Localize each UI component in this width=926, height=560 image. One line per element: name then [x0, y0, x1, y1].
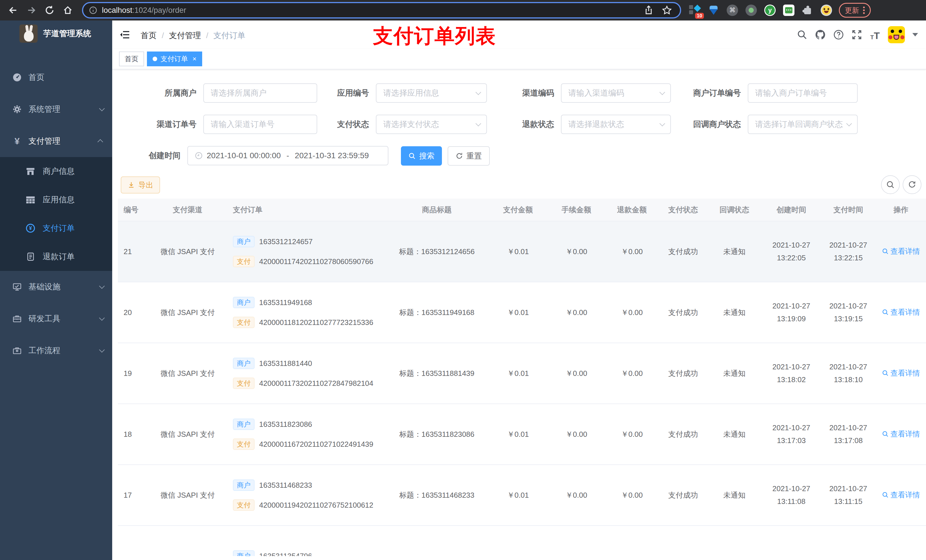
- breadcrumb-pay[interactable]: 支付管理: [169, 30, 201, 41]
- cell-refund: ￥0.00: [605, 429, 659, 439]
- filter-label: 渠道编码: [454, 88, 561, 98]
- sidebar-item-workflow[interactable]: 工作流程: [0, 335, 112, 367]
- table-row[interactable]: 20 微信 JSAPI 支付 商户1635311949168 支付4200001…: [118, 282, 926, 343]
- fullscreen-icon[interactable]: [851, 29, 862, 40]
- chrome-update-button[interactable]: 更新: [839, 3, 871, 18]
- emoji-profile-icon[interactable]: [821, 5, 832, 16]
- table-row[interactable]: 17 微信 JSAPI 支付 商户1635311468233 支付4200001…: [118, 465, 926, 526]
- gem-extension-icon[interactable]: [708, 5, 719, 16]
- cell-create-time: 2021-10-2713:18:02: [761, 361, 821, 386]
- sidebar-item-refund-order[interactable]: 退款订单: [0, 242, 112, 271]
- extension-pinned-icon[interactable]: 10: [689, 5, 701, 16]
- cell-amount: ￥0.01: [488, 247, 548, 257]
- sidebar-item-infrastructure[interactable]: 基础设施: [0, 271, 112, 303]
- yen-circle-icon: ¥: [26, 223, 35, 233]
- browser-menu-kebab-icon[interactable]: [863, 6, 865, 14]
- user-avatar[interactable]: [888, 26, 905, 43]
- chat-extension-icon[interactable]: [783, 5, 794, 16]
- table-row[interactable]: 商户1635311354796: [118, 526, 926, 556]
- home-icon[interactable]: [63, 5, 73, 15]
- cell-refund: ￥0.00: [605, 368, 659, 379]
- export-button[interactable]: 导出: [121, 177, 160, 193]
- share-icon[interactable]: [643, 5, 654, 15]
- gear-icon: [12, 105, 22, 114]
- pay-tag: 支付: [233, 256, 254, 267]
- cell-title: 标题：1635312124656: [386, 247, 488, 257]
- pay-tag: 支付: [233, 377, 254, 389]
- view-detail-link[interactable]: 查看详情: [882, 246, 920, 257]
- pay-tag: 支付: [233, 438, 254, 450]
- view-detail-icon: [882, 430, 889, 437]
- search-button[interactable]: 搜索: [401, 146, 442, 166]
- filter-label: 支付状态: [269, 119, 376, 130]
- cell-channel: 微信 JSAPI 支付: [149, 308, 226, 318]
- reset-button[interactable]: 重置: [448, 146, 490, 166]
- dot-extension-icon[interactable]: [746, 5, 757, 16]
- view-detail-icon: [882, 370, 889, 376]
- create-time-range-picker[interactable]: 2021-10-01 00:00:00 - 2021-10-31 23:59:5…: [188, 146, 388, 165]
- tag-home[interactable]: 首页: [119, 51, 144, 66]
- sidebar-item-app-info[interactable]: 应用信息: [0, 186, 112, 214]
- help-icon[interactable]: [833, 29, 844, 40]
- table-row[interactable]: 21 微信 JSAPI 支付 商户1635312124657 支付4200001…: [118, 221, 926, 282]
- notify-status-select[interactable]: 请选择订单回调商户状态: [748, 115, 858, 134]
- sidebar-item-dev-tools[interactable]: 研发工具: [0, 303, 112, 335]
- sidebar-item-system[interactable]: 系统管理: [0, 93, 112, 125]
- forward-icon[interactable]: [26, 5, 36, 15]
- date-end-value: 2021-10-31 23:59:59: [295, 151, 369, 160]
- tag-label: 首页: [125, 54, 138, 63]
- command-extension-icon[interactable]: ⌘: [727, 5, 738, 16]
- y-extension-icon[interactable]: y: [764, 5, 776, 16]
- github-icon[interactable]: [815, 29, 826, 40]
- sidebar-item-label: 基础设施: [29, 281, 99, 292]
- reload-icon[interactable]: [44, 5, 54, 15]
- cell-status: 支付成功: [659, 368, 707, 379]
- view-detail-link[interactable]: 查看详情: [882, 490, 920, 500]
- sidebar-item-home[interactable]: 首页: [0, 62, 112, 93]
- table-row[interactable]: 18 微信 JSAPI 支付 商户1635311823086 支付4200001…: [118, 404, 926, 465]
- tag-pay-order[interactable]: 支付订单 ×: [147, 51, 202, 66]
- puzzle-extensions-icon[interactable]: [802, 5, 813, 16]
- font-size-icon[interactable]: TT: [870, 29, 881, 40]
- cell-pay-time: 2021-10-2713:17:08: [821, 421, 875, 447]
- app-logo[interactable]: 芋道管理系统: [0, 21, 112, 47]
- view-detail-link[interactable]: 查看详情: [882, 368, 920, 378]
- star-icon[interactable]: [662, 5, 672, 15]
- date-start-value: 2021-10-01 00:00:00: [207, 151, 281, 160]
- cell-pay-order: 商户1635311881440 支付4200001173202110272847…: [226, 358, 386, 389]
- avatar-caret-down-icon[interactable]: [912, 33, 918, 36]
- cell-pay-time: 2021-10-2713:19:15: [821, 300, 875, 326]
- cell-fee: ￥0.00: [548, 247, 605, 257]
- main-area: 首页 / 支付管理 / 支付订单 支付订单列表 TT 首页 支付订单: [112, 21, 926, 560]
- sidebar-item-pay-order[interactable]: ¥ 支付订单: [0, 214, 112, 242]
- cell-fee: ￥0.00: [548, 490, 605, 500]
- sidebar-item-label: 系统管理: [29, 104, 99, 115]
- shop-icon: [26, 166, 35, 176]
- cell-refund: ￥0.00: [605, 308, 659, 318]
- sidebar-fold-icon[interactable]: [120, 30, 130, 40]
- table-row[interactable]: 19 微信 JSAPI 支付 商户1635311881440 支付4200001…: [118, 343, 926, 404]
- cell-pay-time: 2021-10-2713:18:10: [821, 361, 875, 386]
- date-separator: -: [286, 151, 289, 160]
- show-search-button[interactable]: [881, 175, 900, 194]
- search-icon[interactable]: [797, 29, 808, 40]
- tag-close-icon[interactable]: ×: [192, 55, 197, 63]
- refresh-table-button[interactable]: [903, 175, 921, 194]
- app-title: 芋道管理系统: [43, 28, 91, 39]
- view-detail-link[interactable]: 查看详情: [882, 307, 920, 317]
- back-icon[interactable]: [8, 5, 18, 15]
- sidebar-item-label: 应用信息: [43, 194, 75, 205]
- merchant-tag: 商户: [233, 236, 254, 247]
- cell-notify: 未通知: [707, 368, 761, 379]
- table-toolbar: 导出: [112, 171, 926, 199]
- view-detail-link[interactable]: 查看详情: [882, 429, 920, 439]
- view-detail-icon: [882, 491, 889, 498]
- breadcrumb: 首页 / 支付管理 / 支付订单: [141, 30, 245, 41]
- info-icon[interactable]: [89, 6, 97, 15]
- sidebar-item-pay[interactable]: ¥ 支付管理: [0, 125, 112, 157]
- cell-id: 21: [118, 247, 149, 256]
- sidebar-item-merchant-info[interactable]: 商户信息: [0, 157, 112, 186]
- breadcrumb-home[interactable]: 首页: [141, 30, 157, 41]
- url-bar[interactable]: localhost:1024/pay/order: [82, 2, 681, 18]
- merchant-order-no-input[interactable]: [748, 83, 858, 103]
